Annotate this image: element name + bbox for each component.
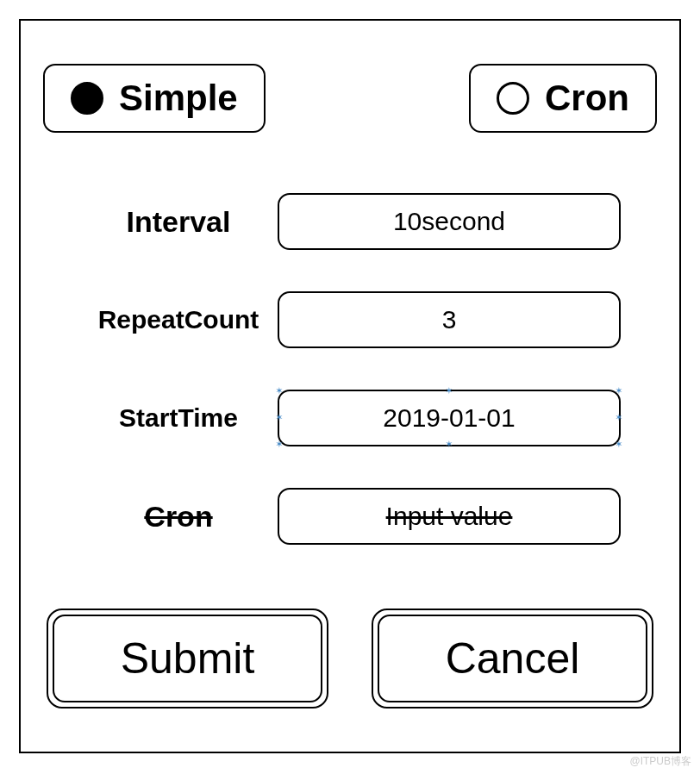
cron-row: Cron Input value	[79, 488, 621, 545]
cron-label: Cron	[79, 500, 278, 534]
repeatcount-input[interactable]: 3	[278, 291, 621, 348]
starttime-value: 2019-01-01	[383, 403, 515, 433]
radio-cron-label: Cron	[545, 78, 629, 119]
radio-cron[interactable]: Cron	[469, 64, 657, 133]
submit-label: Submit	[121, 634, 255, 683]
watermark: @ITPUB博客	[629, 754, 691, 769]
form-fields: Interval 10second RepeatCount 3 StartTim…	[79, 193, 621, 586]
selection-handle-icon[interactable]	[443, 439, 455, 451]
cron-value: Input value	[386, 502, 513, 531]
interval-input[interactable]: 10second	[278, 193, 621, 250]
starttime-row: StartTime 2019-01-01	[79, 390, 621, 446]
starttime-label: StartTime	[79, 403, 278, 433]
form-frame: Simple Cron Interval 10second RepeatCoun…	[19, 19, 681, 753]
submit-button[interactable]: Submit	[47, 609, 328, 708]
selection-handle-icon[interactable]	[613, 385, 625, 397]
interval-value: 10second	[393, 207, 505, 236]
selection-handle-icon[interactable]	[613, 439, 625, 451]
button-row: Submit Cancel	[47, 609, 653, 708]
radio-simple[interactable]: Simple	[43, 64, 266, 133]
repeatcount-label: RepeatCount	[79, 305, 278, 334]
radio-empty-icon	[497, 82, 529, 115]
repeatcount-row: RepeatCount 3	[79, 291, 621, 348]
cron-input: Input value	[278, 488, 621, 545]
interval-row: Interval 10second	[79, 193, 621, 250]
cancel-button[interactable]: Cancel	[372, 609, 653, 708]
repeatcount-value: 3	[442, 305, 457, 334]
cancel-label: Cancel	[446, 634, 580, 683]
radio-simple-label: Simple	[119, 78, 238, 119]
selection-handle-icon[interactable]	[443, 385, 455, 397]
selection-handle-icon[interactable]	[273, 412, 285, 424]
selection-handle-icon[interactable]	[613, 412, 625, 424]
selection-handle-icon[interactable]	[273, 385, 285, 397]
radio-filled-icon	[71, 82, 103, 115]
selection-handle-icon[interactable]	[273, 439, 285, 451]
radio-group: Simple Cron	[43, 64, 657, 133]
starttime-input[interactable]: 2019-01-01	[278, 390, 621, 446]
interval-label: Interval	[79, 205, 278, 239]
